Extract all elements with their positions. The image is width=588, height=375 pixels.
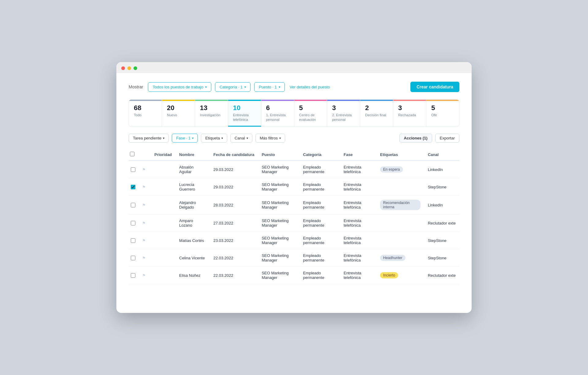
col-flag — [140, 149, 151, 161]
row-checkbox[interactable] — [131, 221, 135, 225]
filter-label: Tarea pendiente — [133, 136, 161, 140]
col-prioridad: Prioridad — [151, 149, 175, 161]
actions-button[interactable]: Acciones (1) — [399, 134, 432, 143]
stat-label: Nuevo — [167, 113, 190, 117]
candidates-table-wrap: Prioridad Nombre Fecha de candidatura Pu… — [129, 149, 459, 284]
row-checkbox[interactable] — [131, 273, 135, 278]
candidate-name[interactable]: Celina Vicente — [175, 249, 210, 267]
stat-num: 20 — [167, 104, 190, 112]
stat-label: 1. Entrevista personal — [266, 113, 289, 122]
candidacy-date: 23.03.2022 — [210, 232, 258, 249]
phase-cell: Entrevista telefónica — [340, 214, 376, 232]
filter-btn-1[interactable]: Fase · 1 ▾ — [172, 134, 198, 143]
stat-cell-2[interactable]: 13Investigación — [195, 100, 228, 127]
stat-label: 2. Entrevista personal — [332, 113, 355, 122]
row-checkbox[interactable] — [131, 167, 135, 172]
stats-row: 68Todo20Nuevo13Investigación10Entrevista… — [129, 99, 459, 127]
row-checkbox[interactable] — [131, 203, 135, 207]
filter-row: Tarea pendiente ▾Fase · 1 ▾Etiqueta ▾Can… — [129, 134, 459, 143]
filter-label: Más filtros — [260, 136, 278, 140]
tag-badge: Headhunter — [380, 255, 405, 261]
flag-icon[interactable]: ⚑ — [142, 167, 146, 172]
prioridad-cell — [151, 214, 175, 232]
stat-cell-5[interactable]: 5Centro de evaluación — [294, 100, 327, 127]
tag-cell — [376, 214, 424, 232]
col-canal: Canal — [424, 149, 459, 161]
phase-cell: Entrevista telefónica — [340, 267, 376, 284]
stat-cell-4[interactable]: 61. Entrevista personal — [261, 100, 294, 127]
col-fase: Fase — [340, 149, 376, 161]
flag-icon[interactable]: ⚑ — [142, 185, 146, 189]
position-cell: SEO Marketing Manager — [258, 267, 299, 284]
filter-btn-3[interactable]: Canal ▾ — [230, 134, 252, 143]
stat-label: Centro de evaluación — [299, 113, 322, 122]
chevron-down-icon: ▾ — [163, 136, 164, 140]
flag-icon[interactable]: ⚑ — [142, 203, 146, 207]
candidate-name[interactable]: Amparo Lozano — [175, 214, 210, 232]
app-content: Mostrar Todos los puestos de trabajo ▾ C… — [116, 73, 472, 293]
stat-num: 3 — [398, 104, 421, 112]
row-checkbox[interactable] — [131, 256, 135, 260]
stat-num: 6 — [266, 104, 289, 112]
flag-icon[interactable]: ⚑ — [142, 256, 146, 260]
top-bar: Mostrar Todos los puestos de trabajo ▾ C… — [129, 82, 459, 92]
col-puesto: Puesto — [258, 149, 299, 161]
view-position-details-link[interactable]: Ver detalles del puesto — [288, 83, 331, 91]
stat-cell-6[interactable]: 32. Entrevista personal — [327, 100, 360, 127]
flag-icon[interactable]: ⚑ — [142, 221, 146, 225]
tag-cell — [376, 232, 424, 249]
filter-actions: Acciones (1) Exportar — [399, 134, 459, 143]
prioridad-cell — [151, 178, 175, 196]
tag-cell: Recomendación interna — [376, 196, 424, 214]
stat-label: Todo — [134, 113, 157, 117]
channel-cell: StepStone — [424, 232, 459, 249]
col-etiquetas: Etiquetas — [376, 149, 424, 161]
stat-cell-0[interactable]: 68Todo — [129, 100, 162, 127]
candidate-name[interactable]: Alejandro Delgado — [175, 196, 210, 214]
prioridad-cell — [151, 267, 175, 284]
row-checkbox[interactable] — [131, 238, 135, 243]
tag-badge: Incierto — [380, 272, 398, 278]
stat-cell-3[interactable]: 10Entrevista telefónica — [228, 100, 261, 127]
phase-cell: Entrevista telefónica — [340, 232, 376, 249]
candidates-table: Prioridad Nombre Fecha de candidatura Pu… — [129, 149, 459, 284]
stat-num: 68 — [134, 104, 157, 112]
stat-cell-8[interactable]: 3Rechazada — [393, 100, 426, 127]
channel-cell: LinkedIn — [424, 161, 459, 178]
candidate-name[interactable]: Lucrecia Guerrero — [175, 178, 210, 196]
prioridad-cell — [151, 196, 175, 214]
stat-num: 5 — [431, 104, 454, 112]
filter-btn-2[interactable]: Etiqueta ▾ — [201, 134, 227, 143]
candidacy-date: 27.03.2022 — [210, 214, 258, 232]
category-cell: Empleado permanente — [300, 214, 340, 232]
select-all-checkbox[interactable] — [130, 152, 134, 156]
phase-cell: Entrevista telefónica — [340, 178, 376, 196]
flag-icon[interactable]: ⚑ — [142, 238, 146, 243]
browser-window: Mostrar Todos los puestos de trabajo ▾ C… — [116, 62, 472, 313]
stat-num: 5 — [299, 104, 322, 112]
filter-btn-0[interactable]: Tarea pendiente ▾ — [129, 134, 169, 143]
col-nombre: Nombre — [175, 149, 210, 161]
position-dropdown[interactable]: Puesto · 1 ▾ — [254, 82, 285, 92]
col-categoria: Categoría — [300, 149, 340, 161]
create-candidacy-button[interactable]: Crear candidatura — [410, 82, 459, 92]
stat-cell-1[interactable]: 20Nuevo — [162, 100, 195, 127]
tag-cell: En espera — [376, 161, 424, 178]
row-checkbox[interactable] — [131, 185, 135, 189]
stat-num: 13 — [200, 104, 223, 112]
all-positions-dropdown[interactable]: Todos los puestos de trabajo ▾ — [148, 82, 211, 92]
stat-cell-9[interactable]: 5Ofe — [426, 100, 459, 127]
table-row: ⚑Lucrecia Guerrero29.03.2022SEO Marketin… — [129, 178, 459, 196]
position-cell: SEO Marketing Manager — [258, 178, 299, 196]
flag-icon[interactable]: ⚑ — [142, 273, 146, 278]
candidate-name[interactable]: Matías Cortés — [175, 232, 210, 249]
candidate-name[interactable]: Absalón Aguilar — [175, 161, 210, 178]
export-button[interactable]: Exportar — [435, 134, 459, 143]
phase-cell: Entrevista telefónica — [340, 196, 376, 214]
filter-btn-4[interactable]: Más filtros ▾ — [255, 134, 285, 143]
stat-cell-7[interactable]: 2Decisión final — [360, 100, 393, 127]
stat-label: Decisión final — [365, 113, 388, 117]
prioridad-cell — [151, 232, 175, 249]
candidate-name[interactable]: Elisa Núñez — [175, 267, 210, 284]
category-dropdown[interactable]: Categoría · 1 ▾ — [215, 82, 251, 92]
